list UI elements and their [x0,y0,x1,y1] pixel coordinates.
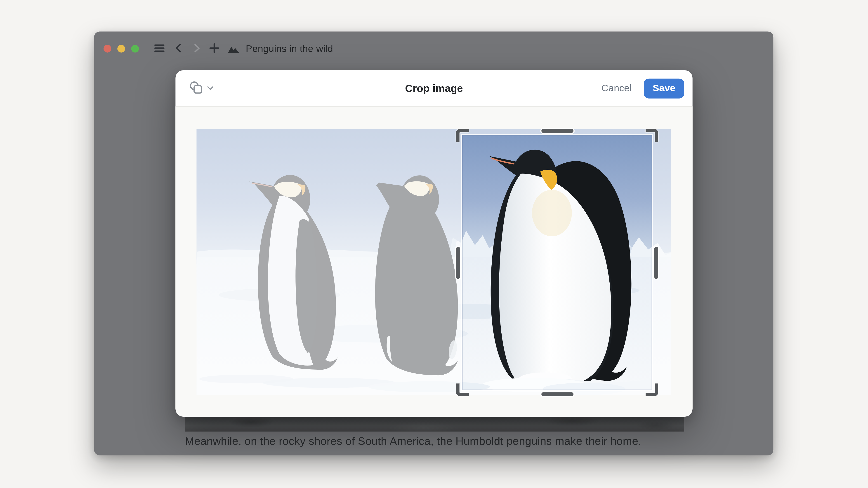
crop-handle-top[interactable] [541,129,573,133]
crop-dim-left [196,134,461,391]
window-title: Penguins in the wild [246,43,333,55]
dialog-actions: Cancel Save [601,78,684,98]
crop-handle-top-right[interactable] [646,129,658,142]
aspect-ratio-button[interactable] [189,80,214,96]
save-button[interactable]: Save [644,78,684,98]
document-caption: Meanwhile, on the rocky shores of South … [185,435,705,448]
crop-dialog: Crop image Cancel Save [176,70,692,417]
chevron-right-icon [191,42,202,55]
chevron-down-icon [207,84,214,92]
close-window-button[interactable] [103,45,111,53]
zoom-window-button[interactable] [131,45,139,53]
crop-handle-top-left[interactable] [456,129,469,142]
crop-dim-bottom [196,391,671,395]
forward-button[interactable] [191,42,202,55]
crop-handle-bottom-left[interactable] [456,383,469,396]
minimize-window-button[interactable] [117,45,125,53]
photo-canvas [196,129,671,395]
crop-dialog-body [176,107,692,416]
menu-button[interactable] [153,42,165,56]
page-root: Penguins in the wild Meanwhile, on the r… [0,0,868,488]
crop-handle-bottom[interactable] [541,392,573,396]
mountain-icon [227,43,240,54]
traffic-lights [103,45,139,53]
titlebar: Penguins in the wild [94,32,773,66]
crop-selection[interactable] [461,134,653,391]
chevron-left-icon [174,42,184,55]
crop-handle-bottom-right[interactable] [646,383,658,396]
back-button[interactable] [174,42,184,55]
crop-handle-right[interactable] [654,247,658,279]
shapes-icon [189,80,204,96]
new-tab-button[interactable] [208,42,220,56]
document-image-strip [185,417,684,431]
crop-dim-top [196,129,671,134]
crop-dialog-header: Crop image Cancel Save [176,70,692,107]
plus-icon [208,42,220,56]
cancel-button[interactable]: Cancel [601,83,631,94]
menu-icon [153,42,165,56]
crop-handle-left[interactable] [456,247,460,279]
